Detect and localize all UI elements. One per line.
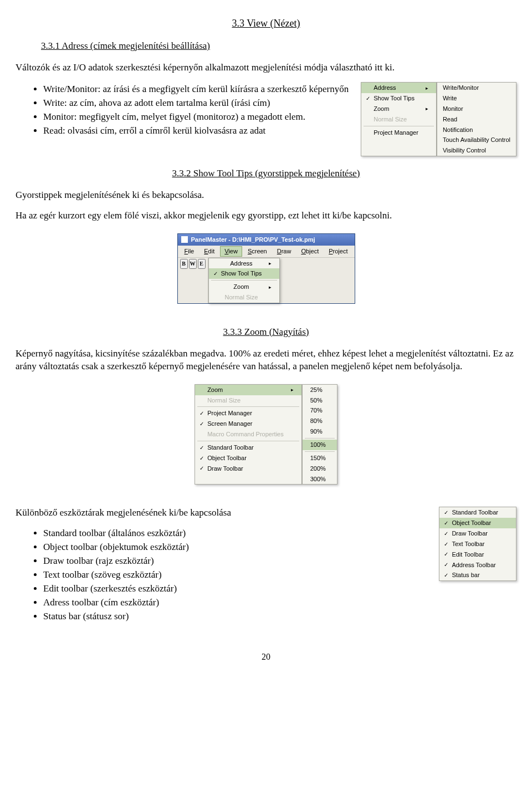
menu-item[interactable]: ✓Address Toolbar: [439, 560, 516, 570]
menu-item[interactable]: Zoom▸: [209, 282, 280, 292]
zoom-option[interactable]: 50%: [303, 395, 337, 406]
menu-item[interactable]: ✓Standard Toolbar: [195, 442, 301, 453]
submenu-item[interactable]: Visibility Control: [437, 145, 516, 156]
menu-item[interactable]: ✓Status bar: [439, 570, 516, 580]
menu-item[interactable]: Address▸: [209, 258, 280, 269]
submenu-item[interactable]: Touch Availability Control: [437, 135, 516, 145]
menu-separator: [211, 280, 278, 281]
window-titlebar: PanelMaster - D:\HMI_PRO\PV_Test-ok.pmj: [178, 234, 355, 246]
menu-item[interactable]: Zoom▸: [361, 104, 436, 114]
zoom-option[interactable]: 200%: [303, 463, 337, 474]
menu-item-label: Macro Command Properties: [206, 430, 288, 439]
menu-item-label: Zoom: [206, 386, 288, 394]
list-item: Text toolbar (szöveg eszköztár): [43, 569, 432, 582]
check-icon: ✓: [364, 95, 372, 103]
window-title-text: PanelMaster - D:\HMI_PRO\PV_Test-ok.pmj: [191, 236, 315, 244]
list-item: Draw toolbar (rajz eszköztár): [43, 555, 432, 568]
zoom-paragraph: Képernyő nagyítása, kicsinyítése százalé…: [16, 348, 516, 373]
submenu-item[interactable]: Read: [437, 114, 516, 125]
zoom-option[interactable]: 90%: [303, 426, 337, 437]
menu-item[interactable]: ✓Text Toolbar: [439, 539, 516, 549]
check-icon: ✓: [197, 455, 206, 462]
submenu-arrow-icon: ▸: [423, 105, 428, 112]
figure-address-menu: Address▸✓Show Tool TipsZoom▸Normal SizeP…: [361, 82, 516, 156]
menu-item[interactable]: ✓Standard Toolbar: [439, 507, 516, 518]
list-item: Adress toolbar (cím eszköztár): [43, 597, 432, 609]
toolbar-button[interactable]: E: [198, 259, 206, 269]
menu-item[interactable]: Zoom▸: [195, 385, 301, 395]
menu-separator: [305, 451, 335, 452]
toolbar-button[interactable]: B: [180, 259, 188, 269]
section-title: 3.3 View (Nézet): [232, 18, 300, 29]
menu-item-label: Normal Size: [206, 396, 288, 405]
menu-item[interactable]: ✓Screen Manager: [195, 419, 301, 429]
submenu-arrow-icon: ▸: [266, 284, 272, 290]
zoom-option[interactable]: 70%: [303, 405, 337, 416]
list-item: Status bar (státusz sor): [43, 610, 432, 623]
list-item: Read: olvasási cím, erről a címről kerül…: [43, 125, 354, 137]
check-icon: ✓: [197, 465, 206, 472]
menu-separator: [364, 126, 434, 126]
toolbars-paragraph: Különböző eszköztárak megjelenésének ki/…: [16, 507, 432, 519]
check-icon: ✓: [442, 530, 451, 538]
menubar-item[interactable]: Draw: [273, 246, 296, 257]
menu-item-label: Text Toolbar: [451, 540, 503, 548]
menu-item[interactable]: ✓Draw Toolbar: [439, 528, 516, 539]
submenu-arrow-icon: ▸: [288, 386, 294, 393]
menu-item[interactable]: ✓Edit Toolbar: [439, 549, 516, 560]
page-number: 20: [16, 651, 516, 663]
menu-separator: [305, 438, 335, 439]
menu-item[interactable]: Address▸: [361, 83, 436, 93]
check-icon: ✓: [442, 551, 451, 558]
zoom-option[interactable]: 150%: [303, 453, 337, 463]
subsection-3-title: 3.3.3 Zoom (Nagyítás): [223, 327, 309, 337]
submenu-item[interactable]: Write: [437, 93, 516, 104]
menu-separator: [197, 406, 299, 407]
menubar-item[interactable]: Screen: [243, 246, 272, 257]
check-icon: ✓: [197, 410, 206, 417]
figure-zoom-menu: Zoom▸Normal Size✓Project Manager✓Screen …: [16, 384, 516, 485]
menu-item-label: Standard Toolbar: [451, 508, 503, 517]
menubar-item[interactable]: Object: [296, 246, 323, 257]
menu-item-label: Draw Toolbar: [451, 529, 503, 538]
menu-item-label: Project Manager: [372, 129, 423, 137]
menu-item-label: Normal Size: [372, 115, 423, 124]
menu-item[interactable]: ✓Draw Toolbar: [195, 463, 301, 474]
menu-separator: [197, 441, 299, 441]
submenu-item[interactable]: Monitor: [437, 104, 516, 114]
tooltip-paragraph-2: Ha az egér kurzort egy elem fölé viszi, …: [16, 210, 516, 222]
list-item: Edit toolbar (szerkesztés eszköztár): [43, 583, 432, 595]
submenu-item[interactable]: Notification: [437, 125, 516, 135]
menu-item-label: Zoom: [372, 105, 423, 113]
zoom-option[interactable]: 100%: [303, 440, 337, 450]
subsection-1-title: 3.3.1 Adress (címek megjelenítési beállí…: [41, 40, 210, 51]
menu-item: Macro Command Properties: [195, 429, 301, 440]
menubar-item[interactable]: Edit: [200, 246, 219, 257]
zoom-option[interactable]: 25%: [303, 385, 337, 395]
toolbar[interactable]: BWE: [178, 258, 208, 303]
app-icon: [181, 236, 188, 243]
zoom-option[interactable]: 80%: [303, 416, 337, 426]
list-item: Monitor: megfigyelt cím, melyet figyel (…: [43, 111, 354, 124]
toolbar-button[interactable]: W: [189, 259, 197, 269]
menu-item[interactable]: ✓Show Tool Tips: [209, 268, 280, 279]
figure-toolbar-menu: ✓Standard Toolbar✓Object Toolbar✓Draw To…: [439, 507, 516, 581]
zoom-option[interactable]: 300%: [303, 474, 337, 485]
menu-item[interactable]: Project Manager: [361, 128, 436, 138]
menu-item[interactable]: ✓Show Tool Tips: [361, 93, 436, 104]
figure-panelmaster: PanelMaster - D:\HMI_PRO\PV_Test-ok.pmj …: [16, 233, 516, 304]
menu-item: Normal Size: [195, 395, 301, 406]
menu-item-label: Screen Manager: [206, 420, 288, 428]
menu-item[interactable]: ✓Object Toolbar: [439, 518, 516, 528]
menubar-item[interactable]: View: [220, 246, 242, 257]
menubar-item[interactable]: Project: [324, 246, 352, 257]
submenu-arrow-icon: ▸: [266, 260, 272, 267]
submenu-item[interactable]: Write/Monitor: [437, 83, 516, 93]
list-item: Write: az cím, ahova az adott elem tarta…: [43, 97, 354, 110]
menu-item[interactable]: ✓Project Manager: [195, 408, 301, 419]
menu-item[interactable]: ✓Object Toolbar: [195, 453, 301, 463]
address-option-list: Write/Monitor: az írási és a megfigyelt …: [16, 83, 354, 137]
menubar[interactable]: FileEditViewScreenDrawObjectProject: [178, 246, 355, 258]
menu-item-label: Draw Toolbar: [206, 465, 288, 473]
menubar-item[interactable]: File: [180, 246, 199, 257]
